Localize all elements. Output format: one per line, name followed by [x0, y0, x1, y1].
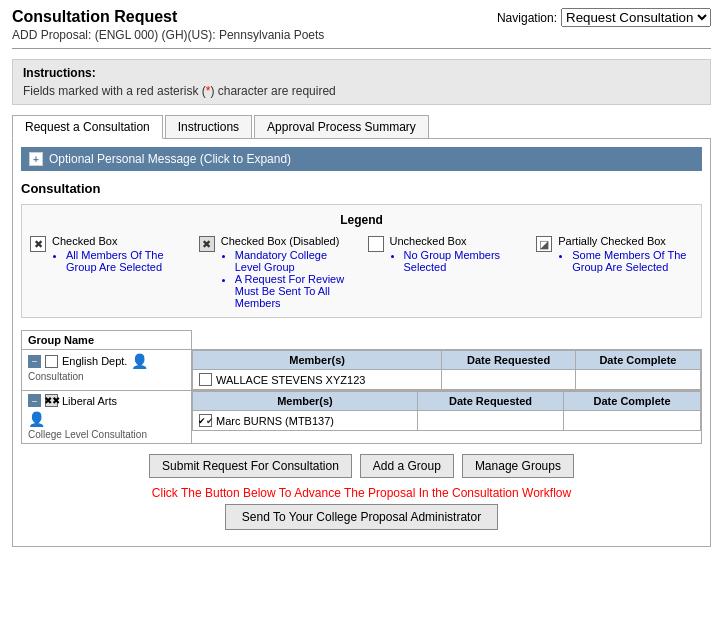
english-date-complete: [575, 370, 700, 390]
instructions-text: Fields marked with a red asterisk (*) ch…: [23, 84, 700, 98]
english-dept-checkbox[interactable]: [45, 355, 58, 368]
group-name-header: Group Name: [22, 331, 192, 350]
legend-item-checked-disabled: Checked Box (Disabled) Mandatory College…: [199, 235, 356, 309]
checked-disabled-icon: [199, 236, 215, 252]
legend-unchecked-label: Unchecked Box: [390, 235, 525, 247]
legend-partial-label: Partially Checked Box: [558, 235, 693, 247]
table-row: – ✖ Liberal Arts 👤 College Level Consult…: [22, 391, 702, 444]
navigation-select[interactable]: Request Consultation: [561, 8, 711, 27]
la-member-cell: ✔ Marc BURNS (MTB137): [193, 411, 418, 431]
date-requested-header-eng: Date Requested: [442, 351, 576, 370]
no-group-text: No Group: [404, 249, 452, 261]
content-area: + Optional Personal Message (Click to Ex…: [12, 139, 711, 547]
english-dept-cell: – English Dept. 👤 Consultation: [22, 350, 192, 391]
legend-checked-disabled-bullet-2: A Request For Review Must Be Sent To All…: [235, 273, 356, 309]
collapse-liberal-arts[interactable]: –: [28, 394, 41, 407]
legend-checked-label: Checked Box: [52, 235, 187, 247]
date-complete-header-eng: Date Complete: [575, 351, 700, 370]
members-header-eng: Member(s): [193, 351, 442, 370]
instructions-title: Instructions:: [23, 66, 700, 80]
la-date-requested: [417, 411, 563, 431]
groups-table: Group Name – English Dept. 👤 Consultatio…: [21, 330, 702, 444]
la-date-complete: [564, 411, 701, 431]
english-dept-name: English Dept.: [62, 355, 127, 367]
table-row: – English Dept. 👤 Consultation Member(s)…: [22, 350, 702, 391]
tab-bar: Request a Consultation Instructions Appr…: [12, 115, 711, 139]
english-date-requested: [442, 370, 576, 390]
english-member-cell: WALLACE STEVENS XYZ123: [193, 370, 442, 390]
english-dept-sublabel: Consultation: [28, 371, 185, 382]
unchecked-icon: [368, 236, 384, 252]
person-icon: 👤: [131, 353, 148, 369]
tab-request-consultation[interactable]: Request a Consultation: [12, 115, 163, 139]
liberal-arts-name: Liberal Arts: [62, 395, 117, 407]
la-member-name: Marc BURNS (MTB137): [216, 415, 334, 427]
add-group-button[interactable]: Add a Group: [360, 454, 454, 478]
tab-instructions[interactable]: Instructions: [165, 115, 252, 138]
advance-btn-container: Send To Your College Proposal Administra…: [21, 504, 702, 530]
person-icon-2: 👤: [28, 411, 45, 427]
la-member-checkbox[interactable]: ✔: [199, 414, 212, 427]
send-to-college-button[interactable]: Send To Your College Proposal Administra…: [225, 504, 498, 530]
members-header-la: Member(s): [193, 392, 418, 411]
legend-partial-bullet-1: Some Members Of The Group Are Selected: [572, 249, 693, 273]
legend-box: Legend Checked Box All Members Of The Gr…: [21, 204, 702, 318]
action-buttons: Submit Request For Consultation Add a Gr…: [21, 454, 702, 478]
legend-item-unchecked: Unchecked Box No Group Members Selected: [368, 235, 525, 273]
date-complete-header-la: Date Complete: [564, 392, 701, 411]
tab-approval-process[interactable]: Approval Process Summary: [254, 115, 429, 138]
proposal-subtitle: ADD Proposal: (ENGL 000) (GH)(US): Penns…: [12, 28, 711, 49]
legend-unchecked-bullet-1: No Group Members Selected: [404, 249, 525, 273]
collapse-english-dept[interactable]: –: [28, 355, 41, 368]
expand-icon: +: [29, 152, 43, 166]
submit-consultation-button[interactable]: Submit Request For Consultation: [149, 454, 352, 478]
legend-items: Checked Box All Members Of The Group Are…: [30, 235, 693, 309]
expand-label: Optional Personal Message (Click to Expa…: [49, 152, 291, 166]
legend-checked-disabled-label: Checked Box (Disabled): [221, 235, 356, 247]
consultation-label: Consultation: [21, 181, 702, 196]
legend-title: Legend: [30, 213, 693, 227]
manage-groups-button[interactable]: Manage Groups: [462, 454, 574, 478]
legend-checked-bullet-1: All Members Of The Group Are Selected: [66, 249, 187, 273]
english-member-checkbox[interactable]: [199, 373, 212, 386]
liberal-arts-cell: – ✖ Liberal Arts 👤 College Level Consult…: [22, 391, 192, 444]
liberal-arts-sublabel: College Level Consultation: [28, 429, 185, 440]
navigation-bar: Navigation: Request Consultation: [497, 8, 711, 27]
expand-section[interactable]: + Optional Personal Message (Click to Ex…: [21, 147, 702, 171]
english-member-name: WALLACE STEVENS XYZ123: [216, 374, 365, 386]
nav-label: Navigation:: [497, 11, 557, 25]
date-requested-header-la: Date Requested: [417, 392, 563, 411]
instructions-box: Instructions: Fields marked with a red a…: [12, 59, 711, 105]
partial-icon: [536, 236, 552, 252]
legend-item-checked: Checked Box All Members Of The Group Are…: [30, 235, 187, 273]
workflow-notice: Click The Button Below To Advance The Pr…: [21, 486, 702, 500]
checked-icon: [30, 236, 46, 252]
legend-item-partial: Partially Checked Box Some Members Of Th…: [536, 235, 693, 273]
legend-checked-disabled-bullet-1: Mandatory College Level Group: [235, 249, 356, 273]
liberal-arts-checkbox[interactable]: ✖: [45, 394, 58, 407]
